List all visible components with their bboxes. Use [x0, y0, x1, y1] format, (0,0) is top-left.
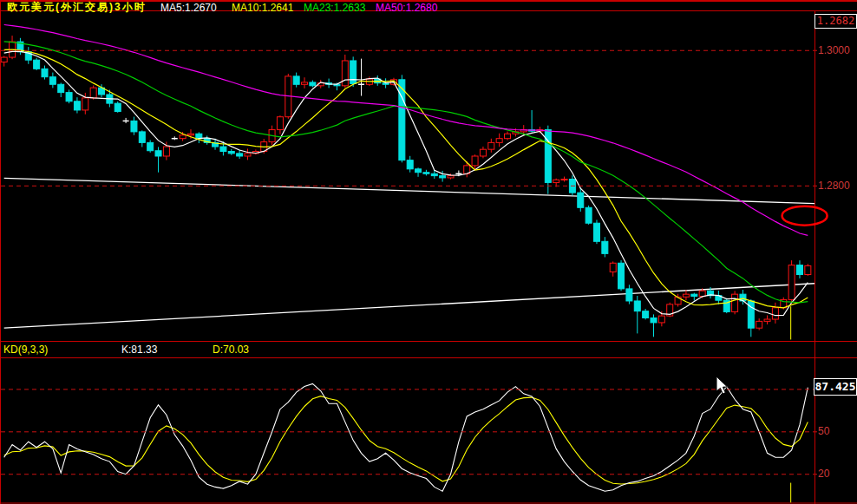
up-candle	[764, 319, 770, 321]
down-candle	[691, 294, 697, 296]
down-candle	[626, 289, 632, 301]
up-candle	[163, 147, 169, 156]
up-candle	[245, 154, 251, 156]
up-candle	[496, 139, 502, 143]
highlight-ellipse-annotation	[782, 206, 828, 226]
down-candle	[399, 80, 405, 160]
ma50-line	[4, 25, 808, 236]
down-candle	[310, 82, 316, 86]
chart-application-window: 欧元美元(外汇交易)3小时 MA5:1.2670 MA10:1.2641 MA2…	[0, 0, 857, 504]
kd-k-value-label: K:81.33	[121, 344, 157, 356]
ma23-line	[4, 42, 808, 303]
down-candle	[423, 173, 429, 174]
down-candle	[139, 132, 145, 142]
down-candle	[651, 317, 657, 322]
down-candle	[66, 93, 72, 101]
down-candle	[42, 69, 48, 76]
mouse-cursor-icon	[716, 376, 728, 394]
up-candle	[683, 294, 689, 297]
down-candle	[131, 121, 137, 131]
up-candle	[480, 149, 486, 156]
down-candle	[440, 176, 446, 178]
trendline	[4, 178, 816, 203]
down-candle	[228, 152, 234, 154]
up-candle	[1, 57, 7, 62]
down-candle	[618, 263, 625, 289]
down-candle	[293, 76, 299, 84]
up-candle	[561, 180, 567, 180]
ma23-value-label: MA23:1.2633	[304, 3, 365, 14]
instrument-title: 欧元美元(外汇交易)3小时	[7, 2, 147, 13]
up-candle	[342, 61, 348, 86]
kd-grid-label: 50	[818, 426, 829, 437]
kd-k-line	[4, 383, 808, 491]
down-candle	[147, 142, 154, 150]
kd-cursor-value-box: 87.425	[814, 378, 857, 396]
price-grid-label: 1.2800	[818, 180, 850, 192]
down-candle	[350, 61, 357, 84]
down-candle	[114, 103, 121, 111]
up-candle	[187, 134, 193, 135]
down-candle	[634, 301, 640, 311]
price-grid-label: 1.3000	[818, 45, 850, 56]
up-candle	[505, 134, 511, 138]
kd-grid-label: 20	[818, 468, 829, 480]
up-candle	[277, 117, 283, 130]
chart-canvas[interactable]	[0, 0, 857, 504]
down-candle	[74, 101, 80, 110]
down-candle	[58, 84, 64, 92]
up-candle	[82, 98, 88, 110]
up-candle	[472, 156, 478, 166]
down-candle	[602, 241, 608, 253]
down-candle	[431, 173, 437, 175]
down-candle	[415, 169, 422, 173]
main-price-panel	[1, 25, 816, 337]
down-candle	[578, 193, 584, 207]
down-candle	[155, 151, 161, 156]
up-candle	[90, 88, 96, 98]
up-candle	[658, 316, 664, 323]
down-candle	[34, 60, 40, 69]
down-candle	[586, 207, 592, 223]
ma10-line	[4, 49, 808, 308]
ma5-line	[4, 51, 808, 315]
up-candle	[302, 82, 308, 84]
up-candle	[488, 142, 494, 149]
up-candle	[699, 291, 705, 296]
down-candle	[593, 223, 599, 241]
down-candle	[237, 154, 243, 156]
down-candle	[796, 265, 802, 275]
up-candle	[805, 265, 811, 274]
kd-indicator-label: KD(9,3,3)	[3, 344, 48, 356]
up-candle	[448, 176, 454, 178]
down-candle	[49, 77, 56, 85]
down-candle	[220, 147, 226, 151]
ma10-value-label: MA10:1.2641	[232, 3, 293, 14]
trendline	[4, 284, 816, 328]
last-price-box: 1.2682	[814, 14, 857, 29]
up-candle	[788, 265, 795, 300]
ma50-value-label: MA50:1.2680	[376, 3, 437, 14]
up-candle	[756, 321, 762, 328]
ma5-value-label: MA5:1.2670	[160, 3, 217, 14]
kd-panel	[4, 383, 808, 491]
up-candle	[553, 180, 559, 182]
down-candle	[643, 311, 649, 318]
kd-d-value-label: D:70.03	[213, 344, 249, 356]
up-candle	[180, 135, 186, 139]
up-candle	[772, 308, 778, 319]
down-candle	[407, 160, 413, 169]
up-candle	[610, 263, 616, 272]
up-candle	[732, 294, 738, 311]
